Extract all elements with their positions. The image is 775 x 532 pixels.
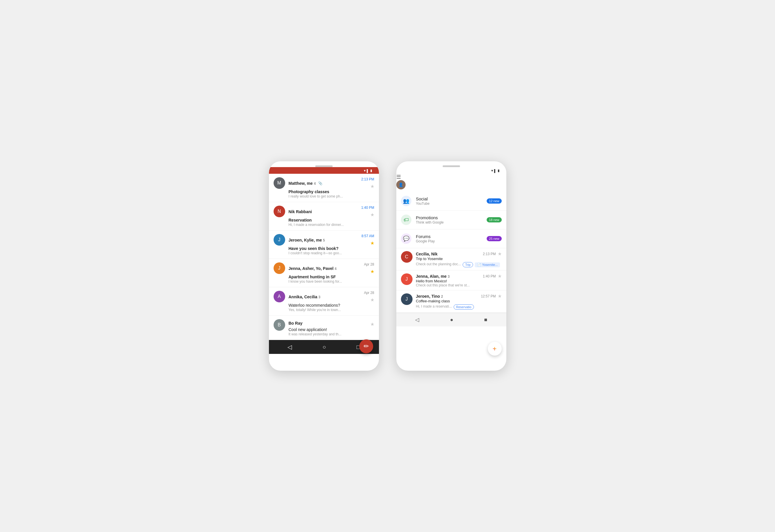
avatar: J xyxy=(401,294,413,305)
email-subject: Reservation xyxy=(289,218,374,222)
star-icon[interactable]: ★ xyxy=(498,294,502,299)
avatar: N xyxy=(273,205,285,217)
email-time: Apr 28 xyxy=(364,291,374,295)
menu-icon-2[interactable]: ☰ xyxy=(396,174,401,180)
email-chip[interactable]: Trip xyxy=(463,262,473,267)
category-icon: 👥 xyxy=(401,196,412,206)
email-subject: Apartment hunting in SF xyxy=(289,275,374,279)
email-sender: Jenna, Alan, me 3 xyxy=(416,274,450,279)
star-icon[interactable]: ★ xyxy=(498,251,502,256)
email-right: Apr 28 ★ xyxy=(361,262,374,274)
category-info: Forums Google Play xyxy=(416,234,482,243)
email-content: Jenna, Alan, me 3 1:40 PM ★ Hello from M… xyxy=(416,274,502,287)
status-icons-2: ▾ ▌ ▮ xyxy=(491,169,500,172)
email-content: Matthew, me 4 📎 2:13 PM ★ Photography cl… xyxy=(289,177,374,198)
email-header: Annika, Cecilia 3 Apr 28 ★ xyxy=(289,291,374,303)
email-item[interactable]: J Jeroen, Kylie, me 5 8:57 AM ★ Have you… xyxy=(269,230,379,259)
star-icon[interactable]: ★ xyxy=(370,269,374,274)
category-info: Social YouTube xyxy=(416,196,482,205)
category-sub: Google Play xyxy=(416,239,482,243)
email-item[interactable]: A Annika, Cecilia 3 Apr 28 ★ Waterloo re… xyxy=(269,287,379,316)
attachment-icon: 📎 xyxy=(318,181,322,185)
email-item[interactable]: M Matthew, me 4 📎 2:13 PM ★ Photography … xyxy=(269,174,379,202)
email-header: Jeroen, Tino 2 12:57 PM ★ xyxy=(416,294,502,299)
email-subject: Trip to Yosemite xyxy=(416,256,502,261)
compose-fab-2[interactable]: + xyxy=(488,342,502,356)
compose-fab[interactable]: ✏ xyxy=(359,340,373,353)
category-badge: 25 new xyxy=(487,236,502,241)
email-preview: I know you have been looking for... xyxy=(289,280,352,284)
phone-2: ▾ ▌ ▮ ☰ 👤 👥 Social YouTube 12 new 🏷 Prom… xyxy=(396,161,506,371)
email-sender: Jenna, Asher, Yo, Pavel 4 xyxy=(289,266,337,271)
email-list-2: C Cecilia, Nik 2:13 PM ★ Trip to Yosemit… xyxy=(396,248,506,313)
email-time: 12:57 PM xyxy=(481,294,496,298)
status-bar-1: ▾ ▌ ▮ xyxy=(269,167,379,174)
user-avatar[interactable]: 👤 xyxy=(396,180,406,189)
star-icon[interactable]: ★ xyxy=(370,183,374,189)
email-header: Bo Ray ★ xyxy=(289,319,374,327)
email-sender: Jeroen, Tino 2 xyxy=(416,294,443,299)
email-right: 2:13 PM ★ xyxy=(359,177,374,189)
category-name: Social xyxy=(416,196,482,201)
email-item[interactable]: J Jenna, Asher, Yo, Pavel 4 Apr 28 ★ Apa… xyxy=(269,259,379,287)
email-preview: Hi, I made a reservati... xyxy=(416,305,452,309)
star-icon[interactable]: ★ xyxy=(370,322,374,327)
email-item-primary[interactable]: J Jenna, Alan, me 3 1:40 PM ★ Hello from… xyxy=(396,271,506,291)
category-icon: 💬 xyxy=(401,233,412,244)
home-button-2[interactable]: ● xyxy=(450,317,454,323)
email-content: Cecilia, Nik 2:13 PM ★ Trip to Yosemite … xyxy=(416,251,502,267)
email-time: 2:13 PM xyxy=(361,177,374,181)
star-icon[interactable]: ★ xyxy=(498,274,502,279)
category-item-social[interactable]: 👥 Social YouTube 12 new xyxy=(396,192,506,210)
search-bar[interactable]: ☰ 👤 xyxy=(396,174,506,189)
section-label-primary xyxy=(396,189,506,192)
category-sub: Think with Google xyxy=(416,220,482,224)
recent-button-2[interactable]: ■ xyxy=(484,317,487,323)
compose-icon-2: + xyxy=(493,345,497,353)
email-chip[interactable]: Reservatio xyxy=(454,305,474,310)
email-subject: Hello from Mexico! xyxy=(416,279,502,283)
email-right: Apr 28 ★ xyxy=(361,291,374,303)
star-icon[interactable]: ★ xyxy=(370,240,374,246)
battery-icon: ▮ xyxy=(370,169,372,172)
star-icon[interactable]: ★ xyxy=(370,212,374,217)
email-right: 8:57 AM ★ xyxy=(359,234,374,246)
email-preview: I really would love to get some ph... xyxy=(289,194,352,198)
email-preview: Check out this place that we're st... xyxy=(416,283,470,287)
category-info: Promotions Think with Google xyxy=(416,215,482,224)
back-button-2[interactable]: ◁ xyxy=(415,317,419,323)
category-name: Forums xyxy=(416,234,482,239)
email-subject: Waterloo recommendations? xyxy=(289,303,374,308)
email-header: Jeroen, Kylie, me 5 8:57 AM ★ xyxy=(289,234,374,246)
email-right: 1:40 PM ★ xyxy=(359,205,374,217)
email-preview: Yes, totally! While you're in town... xyxy=(289,308,352,312)
avatar: C xyxy=(401,251,413,263)
email-preview: I couldn't stop reading it—so goo... xyxy=(289,251,352,255)
email-subject: Photography classes xyxy=(289,189,374,194)
email-item-primary[interactable]: C Cecilia, Nik 2:13 PM ★ Trip to Yosemit… xyxy=(396,248,506,271)
email-content: Jeroen, Kylie, me 5 8:57 AM ★ Have you s… xyxy=(289,234,374,255)
email-subject: Coffee-making class xyxy=(416,299,502,303)
email-preview: It was released yesterday and th... xyxy=(289,332,352,336)
phone-1: ▾ ▌ ▮ M Matthew, me 4 📎 2:13 PM ★ xyxy=(269,161,379,371)
category-item-forums[interactable]: 💬 Forums Google Play 25 new xyxy=(396,229,506,248)
email-header: Matthew, me 4 📎 2:13 PM ★ xyxy=(289,177,374,189)
email-time: 2:13 PM xyxy=(483,252,496,256)
nav-bar-2: ◁ ● ■ xyxy=(396,313,506,327)
email-doc-chip[interactable]: 📄 Yosemite... xyxy=(475,262,500,267)
signal-icon-2: ▌ xyxy=(494,169,497,172)
back-button[interactable]: ◁ xyxy=(287,344,292,351)
email-header: Nik Rabbani 1:40 PM ★ xyxy=(289,205,374,217)
compose-icon: ✏ xyxy=(363,343,369,350)
phone2-body: ☰ 👤 👥 Social YouTube 12 new 🏷 Promotions… xyxy=(396,174,506,371)
email-list: M Matthew, me 4 📎 2:13 PM ★ Photography … xyxy=(269,174,379,340)
email-item-primary[interactable]: J Jeroen, Tino 2 12:57 PM ★ Coffee-makin… xyxy=(396,291,506,313)
email-item[interactable]: B Bo Ray ★ Cool new application! It was … xyxy=(269,316,379,340)
home-button[interactable]: ○ xyxy=(322,344,326,351)
email-item[interactable]: N Nik Rabbani 1:40 PM ★ Reservation Hi, … xyxy=(269,202,379,230)
category-item-promotions[interactable]: 🏷 Promotions Think with Google 18 new xyxy=(396,210,506,229)
category-name: Promotions xyxy=(416,215,482,220)
star-icon[interactable]: ★ xyxy=(370,297,374,303)
email-right: ★ xyxy=(370,319,374,327)
avatar-initial: 👤 xyxy=(399,182,403,187)
